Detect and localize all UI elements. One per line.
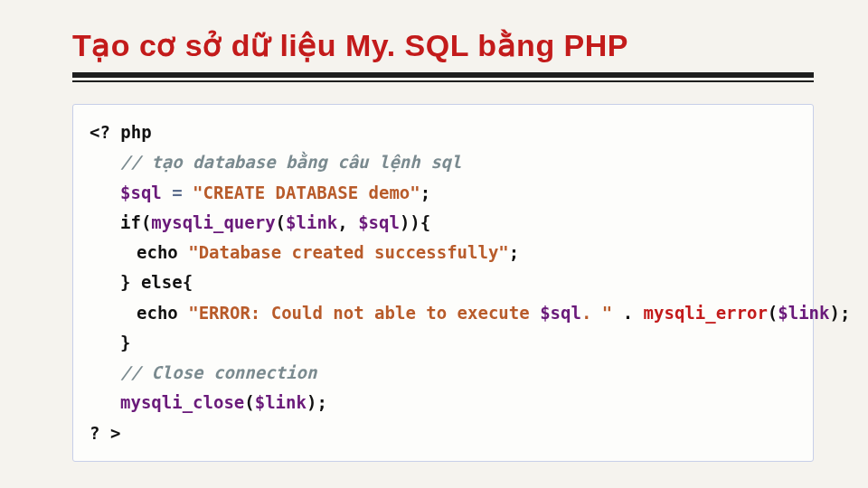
code-var: $sql xyxy=(540,303,581,323)
code-text: ( xyxy=(276,212,286,232)
code-comment: // Close connection xyxy=(120,362,316,382)
code-fn: mysqli_close xyxy=(120,392,244,412)
code-line: // tạo database bằng câu lệnh sql xyxy=(90,147,797,177)
code-var: $link xyxy=(778,303,829,323)
title-rule-thick xyxy=(72,72,814,78)
code-text: ); xyxy=(307,392,327,412)
code-fn: mysqli_query xyxy=(151,212,275,232)
code-text: ); xyxy=(830,303,851,323)
code-text: )){ xyxy=(400,212,430,232)
code-text: ; xyxy=(509,242,519,262)
code-string: . " xyxy=(581,303,612,323)
page-title: Tạo cơ sở dữ liệu My. SQL bằng PHP xyxy=(72,27,814,63)
code-line: $sql = "CREATE DATABASE demo"; xyxy=(90,178,797,208)
code-op: = xyxy=(162,183,193,202)
code-line: } xyxy=(90,328,797,358)
code-line: ? > xyxy=(90,418,797,448)
code-text: . xyxy=(612,303,643,323)
code-text: ; xyxy=(420,183,430,202)
title-rule-thin xyxy=(72,80,814,82)
code-line: // Close connection xyxy=(90,358,797,388)
code-text: if( xyxy=(120,212,151,232)
code-string: "ERROR: Could not able to execute xyxy=(188,303,540,323)
code-text: echo xyxy=(137,242,188,262)
code-var: $link xyxy=(255,392,307,412)
code-line: echo "Database created successfully"; xyxy=(90,238,797,267)
code-line: <? php xyxy=(90,117,797,147)
code-line: echo "ERROR: Could not able to execute $… xyxy=(90,298,797,328)
code-comment: // tạo database bằng câu lệnh sql xyxy=(120,152,462,172)
code-text: ( xyxy=(244,392,254,412)
code-text: , xyxy=(337,212,358,232)
code-line: mysqli_close($link); xyxy=(90,388,797,418)
code-line: if(mysqli_query($link, $sql)){ xyxy=(90,208,797,238)
code-var: $link xyxy=(286,212,337,232)
code-text: ( xyxy=(768,303,778,323)
code-string: "CREATE DATABASE demo" xyxy=(193,183,420,202)
code-var: $sql xyxy=(120,183,162,202)
code-fn: mysqli_error xyxy=(644,303,768,323)
code-block: <? php // tạo database bằng câu lệnh sql… xyxy=(72,104,814,462)
slide: Tạo cơ sở dữ liệu My. SQL bằng PHP <? ph… xyxy=(0,0,868,488)
code-line: } else{ xyxy=(90,267,797,297)
code-string: "Database created successfully" xyxy=(188,242,509,262)
code-text: echo xyxy=(137,303,188,323)
code-var: $sql xyxy=(358,212,400,232)
